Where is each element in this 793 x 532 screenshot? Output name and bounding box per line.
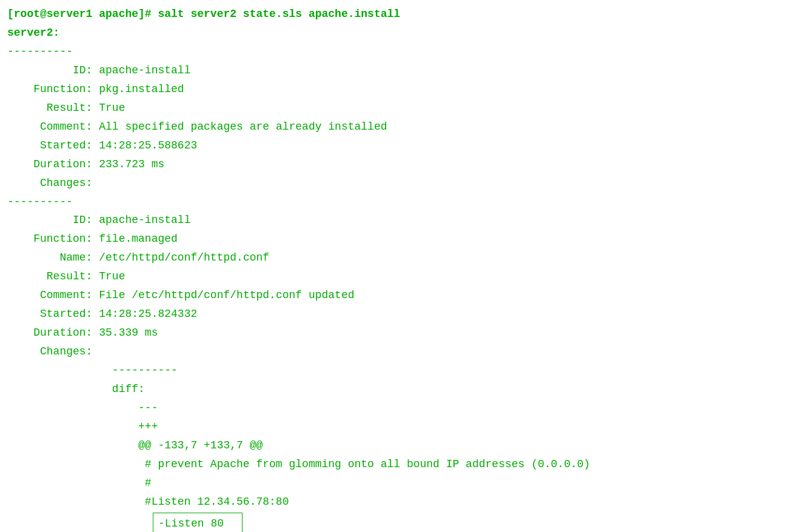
block1-result: Result: True bbox=[7, 99, 786, 118]
changes-listen-comment: #Listen 12.34.56.78:80 bbox=[7, 493, 786, 511]
block2-name: Name: /etc/httpd/conf/httpd.conf bbox=[7, 248, 786, 267]
block1-comment: Comment: All specified packages are alre… bbox=[7, 118, 786, 136]
block2-result: Result: True bbox=[7, 267, 786, 286]
block2-function: Function: file.managed bbox=[7, 230, 786, 248]
changes-comment-line: # prevent Apache from glomming onto all … bbox=[7, 455, 786, 474]
diff-remove-line: -Listen 80 bbox=[158, 514, 237, 532]
diff-change-box: -Listen 80 +Listen 8080 bbox=[153, 513, 243, 532]
changes-plus-plus: +++ bbox=[7, 417, 786, 436]
block1-started: Started: 14:28:25.588623 bbox=[7, 136, 786, 155]
block2-started: Started: 14:28:25.824332 bbox=[7, 305, 786, 324]
changes-hunk: @@ -133,7 +133,7 @@ bbox=[7, 436, 786, 455]
terminal-window: [root@server1 apache]# salt server2 stat… bbox=[7, 5, 786, 532]
block2-comment: Comment: File /etc/httpd/conf/httpd.conf… bbox=[7, 286, 786, 305]
block1-duration: Duration: 233.723 ms bbox=[7, 155, 786, 174]
changes-inner-sep: ---------- bbox=[7, 361, 786, 380]
prompt-line: [root@server1 apache]# salt server2 stat… bbox=[7, 5, 786, 24]
block1-function: Function: pkg.installed bbox=[7, 80, 786, 99]
separator-2: ---------- bbox=[7, 193, 786, 211]
block2-id: ID: apache-install bbox=[7, 211, 786, 230]
changes-hash-line: # bbox=[7, 474, 786, 493]
block1-changes: Changes: bbox=[7, 174, 786, 193]
server-label: server2: bbox=[7, 24, 786, 42]
block2-changes: Changes: bbox=[7, 342, 786, 361]
changes-minus-minus: --- bbox=[7, 399, 786, 417]
changes-diff-label: diff: bbox=[7, 380, 786, 399]
separator-1: ---------- bbox=[7, 42, 786, 61]
block2-duration: Duration: 35.339 ms bbox=[7, 324, 786, 342]
block1-id: ID: apache-install bbox=[7, 61, 786, 80]
